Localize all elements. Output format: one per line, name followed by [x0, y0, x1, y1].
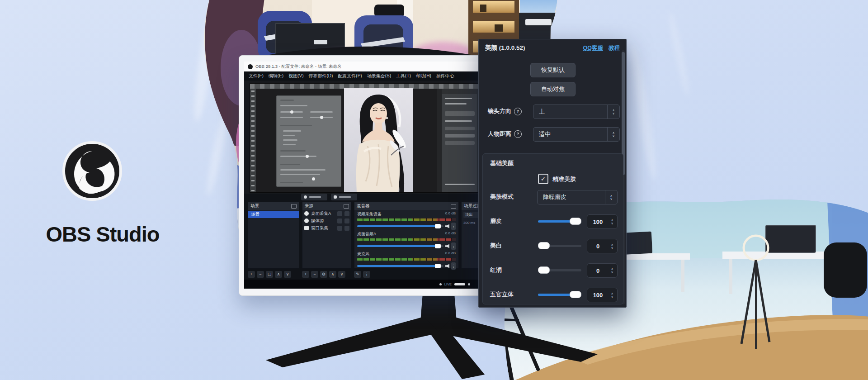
autofocus-button[interactable]: 自动对焦 [530, 82, 576, 96]
lock-icon[interactable] [344, 218, 349, 223]
slider-handle[interactable] [570, 291, 581, 298]
slider-handle[interactable] [570, 218, 581, 225]
editor-toolbar [250, 89, 256, 192]
duplicate-icon[interactable]: ▢ [266, 271, 273, 278]
obs-logo [62, 141, 122, 201]
spinner-value: 0 [587, 267, 609, 274]
volume-slider[interactable] [357, 245, 443, 247]
skin-mode-select[interactable]: 降噪磨皮 ∧∨ [537, 190, 618, 204]
spinner-arrows-icon[interactable]: ∧∨ [605, 190, 617, 204]
person-distance-select[interactable]: 适中 ∧∨ [533, 127, 620, 142]
source-row[interactable]: 媒体源 [302, 217, 351, 224]
spinner-arrows-icon[interactable]: ∧∨ [609, 218, 617, 225]
speaker-icon[interactable] [445, 264, 449, 268]
select-value: 上 [533, 108, 607, 116]
brand-title: OBS Studio [24, 222, 182, 247]
status-dot [468, 283, 470, 285]
slider-label: 美白 [490, 242, 502, 250]
restore-defaults-button[interactable]: 恢复默认 [530, 63, 576, 77]
sources-toolbar: + − ⚙ ∧ ∨ [302, 270, 345, 279]
spinner-arrows-icon[interactable]: ∧∨ [609, 243, 617, 249]
rosy-slider[interactable] [538, 263, 581, 277]
channel-db: 0.0 dB [445, 211, 456, 217]
checkbox-label: 精准美肤 [552, 175, 576, 183]
volume-slider[interactable] [357, 265, 443, 267]
menu-file[interactable]: 文件(F) [249, 73, 264, 79]
add-icon[interactable]: + [302, 271, 309, 278]
mixer-toolbar: ✎ ⋮ [354, 270, 370, 279]
menu-tools[interactable]: 工具(T) [396, 73, 411, 79]
spinner-arrows-icon[interactable]: ∧∨ [607, 128, 619, 141]
face-3d-value-spinner[interactable]: 100 ∧∨ [587, 288, 618, 302]
dock-menu-icon[interactable] [344, 204, 349, 209]
qq-support-link[interactable]: QQ客服 [583, 44, 603, 52]
camera-direction-select[interactable]: 上 ∧∨ [533, 104, 620, 119]
slider-handle[interactable] [538, 266, 550, 274]
source-label: 桌面采集A [311, 211, 331, 217]
dock-tab[interactable] [331, 194, 357, 200]
remove-icon[interactable]: − [257, 271, 264, 278]
smoothing-slider[interactable] [538, 214, 581, 228]
speaker-icon[interactable] [445, 224, 449, 228]
menu-scene-collection[interactable]: 场景集合(S) [367, 73, 391, 79]
slider-handle[interactable] [538, 242, 550, 249]
lock-icon[interactable] [344, 226, 349, 231]
more-icon[interactable]: ⋮ [363, 271, 370, 278]
precise-skin-checkbox-row[interactable]: ✓ 精准美肤 [538, 174, 576, 184]
tutorial-link[interactable]: 教程 [609, 44, 620, 52]
dock-menu-icon[interactable] [291, 204, 297, 209]
audio-meter [357, 238, 456, 241]
skin-mode-row: 美肤模式 降噪磨皮 ∧∨ [483, 190, 623, 204]
settings-icon[interactable]: ⚙ [320, 271, 327, 278]
spinner-arrows-icon[interactable]: ∧∨ [607, 105, 619, 119]
beauty-plugin-panel: 美颜 (1.0.0.52) QQ客服 教程 恢复默认 自动对焦 镜头方向? 上 … [478, 39, 627, 308]
status-pill [454, 283, 465, 285]
pin-icon [304, 195, 307, 199]
volume-slider[interactable] [357, 225, 443, 227]
move-up-icon[interactable]: ∧ [275, 271, 282, 278]
wrench-icon[interactable]: ✎ [354, 271, 361, 278]
face-3d-slider[interactable] [538, 288, 581, 301]
smoothing-slider-row: 磨皮 100 ∧∨ [483, 214, 623, 228]
move-down-icon[interactable]: ∨ [284, 271, 291, 278]
spinner-arrows-icon[interactable]: ∧∨ [609, 292, 617, 298]
channel-options-icon[interactable]: ⋮ [451, 223, 456, 230]
menu-help[interactable]: 帮助(H) [416, 73, 431, 79]
help-icon[interactable]: ? [514, 130, 522, 138]
lock-icon[interactable] [344, 211, 349, 216]
channel-options-icon[interactable]: ⋮ [451, 262, 456, 270]
checkbox-checked-icon[interactable]: ✓ [538, 174, 548, 184]
eye-icon[interactable] [337, 218, 342, 223]
source-row[interactable]: 窗口采集 [302, 224, 351, 232]
dock-tab[interactable] [301, 194, 327, 200]
move-down-icon[interactable]: ∨ [338, 271, 345, 278]
channel-options-icon[interactable]: ⋮ [451, 242, 456, 250]
status-icon [439, 283, 442, 285]
whitening-slider[interactable] [538, 239, 581, 252]
eye-icon[interactable] [337, 226, 342, 231]
menu-profile[interactable]: 配置文件(P) [338, 73, 362, 79]
rosy-value-spinner[interactable]: 0 ∧∨ [587, 263, 618, 278]
menu-plugin-center[interactable]: 插件中心 [436, 73, 454, 79]
channel-name: 视频采集设备 [357, 211, 382, 217]
skin-mode-label: 美肤模式 [490, 193, 514, 201]
remove-icon[interactable]: − [311, 271, 318, 278]
help-icon[interactable]: ? [514, 108, 522, 115]
scenes-toolbar: + − ▢ ∧ ∨ [248, 270, 291, 279]
speaker-icon[interactable] [445, 244, 449, 248]
spinner-arrows-icon[interactable]: ∧∨ [609, 267, 617, 274]
menu-docks[interactable]: 停靠部件(D) [308, 73, 333, 79]
menu-view[interactable]: 视图(V) [288, 73, 303, 79]
whitening-value-spinner[interactable]: 0 ∧∨ [587, 239, 618, 253]
move-up-icon[interactable]: ∧ [329, 271, 336, 278]
menu-edit[interactable]: 编辑(E) [269, 73, 283, 79]
sources-dock: 来源 桌面采集A 媒体源 窗口采集 [302, 202, 352, 269]
channel-db: 0.0 dB [445, 231, 456, 237]
scene-item-selected[interactable]: 场景 [248, 211, 299, 218]
media-source-icon [304, 218, 309, 223]
dock-menu-icon[interactable] [451, 204, 456, 209]
eye-icon[interactable] [337, 211, 342, 216]
smoothing-value-spinner[interactable]: 100 ∧∨ [587, 214, 618, 229]
add-icon[interactable]: + [248, 271, 255, 278]
source-row[interactable]: 桌面采集A [302, 210, 351, 217]
